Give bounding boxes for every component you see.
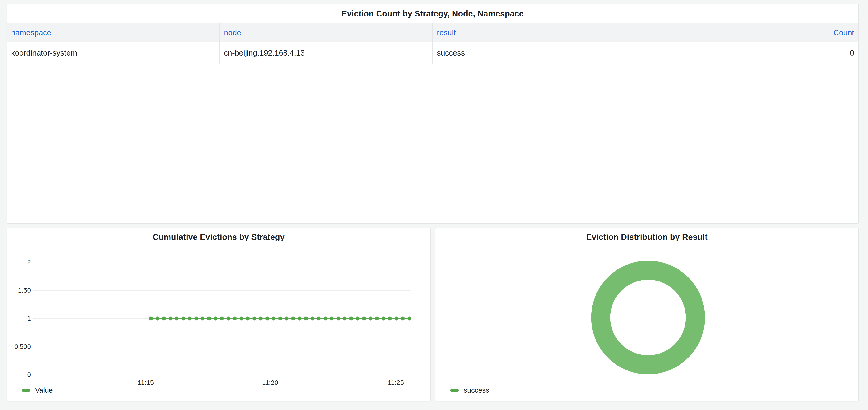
success-slice-swatch-icon (450, 389, 459, 392)
table-panel-title: Eviction Count by Strategy, Node, Namesp… (7, 4, 858, 23)
cell-node: cn-beijing.192.168.4.13 (220, 42, 433, 64)
column-header-count[interactable]: Count (646, 23, 858, 42)
table-row: koordinator-system cn-beijing.192.168.4.… (7, 42, 858, 64)
donut-slice-success[interactable] (601, 270, 695, 365)
line-chart-panel-cumulative-evictions: Cumulative Evictions by Strategy 00.5001… (7, 228, 431, 401)
cell-count: 0 (646, 42, 858, 64)
column-header-node[interactable]: node (220, 23, 433, 42)
line-legend-label: Value (35, 386, 53, 394)
table-panel-eviction-count: Eviction Count by Strategy, Node, Namesp… (7, 4, 859, 224)
line-chart-plot[interactable] (7, 228, 431, 402)
table-header-row: namespace node result Count (7, 23, 858, 42)
column-header-namespace[interactable]: namespace (7, 23, 220, 42)
cell-result: success (433, 42, 646, 64)
column-header-result[interactable]: result (433, 23, 646, 42)
donut-chart[interactable] (435, 228, 859, 402)
line-legend-item-value[interactable]: Value (22, 386, 53, 394)
donut-chart-panel-eviction-distribution: Eviction Distribution by Result success (435, 228, 859, 401)
value-series-swatch-icon (22, 389, 30, 392)
donut-legend-item-success[interactable]: success (450, 386, 489, 394)
donut-legend-label: success (464, 386, 489, 394)
cell-namespace: koordinator-system (7, 42, 220, 64)
